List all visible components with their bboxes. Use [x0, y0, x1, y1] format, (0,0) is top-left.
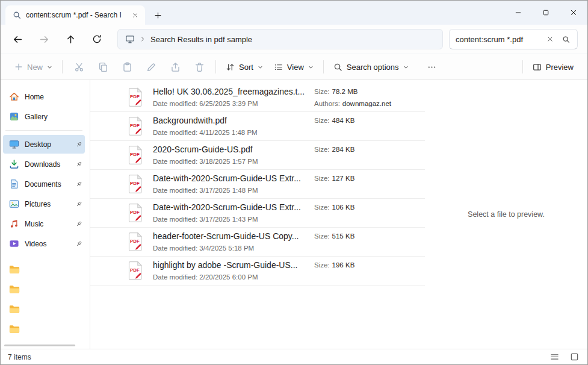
- search-input[interactable]: content:scrum *.pdf: [456, 35, 541, 44]
- details-view-icon[interactable]: [549, 351, 560, 363]
- clear-search-button[interactable]: [543, 33, 557, 46]
- file-authors: [314, 215, 419, 224]
- pin-icon: [75, 141, 82, 148]
- sidebar-item-downloads[interactable]: Downloads: [3, 155, 85, 173]
- sidebar-folder-item[interactable]: [3, 300, 85, 319]
- pdf-file-icon: PDF: [126, 87, 144, 107]
- refresh-button[interactable]: [86, 28, 108, 50]
- sidebar-horizontal-scrollbar[interactable]: [4, 345, 75, 346]
- cut-button[interactable]: [67, 57, 91, 77]
- view-button[interactable]: View: [268, 57, 319, 77]
- svg-text:PDF: PDF: [130, 123, 140, 128]
- svg-text:PDF: PDF: [130, 210, 140, 215]
- folder-icon: [9, 305, 20, 314]
- delete-button[interactable]: [187, 57, 211, 77]
- home-icon: [9, 92, 19, 102]
- sidebar-item-music[interactable]: Music: [3, 214, 85, 233]
- file-row[interactable]: PDF header-footer-Scrum-Guide-US Copy...…: [90, 228, 425, 257]
- sidebar-folder-item[interactable]: [3, 320, 85, 338]
- copy-button[interactable]: [91, 57, 115, 77]
- breadcrumb: Search Results in pdf sample: [150, 35, 252, 44]
- file-name: 2020-Scrum-Guide-US.pdf: [153, 145, 314, 155]
- new-tab-button[interactable]: [149, 6, 167, 24]
- forward-button[interactable]: [33, 28, 55, 50]
- sidebar-item-pictures[interactable]: Pictures: [3, 195, 85, 213]
- items-count: 7 items: [8, 353, 31, 361]
- search-options-icon: [333, 63, 342, 72]
- large-icons-view-icon[interactable]: [569, 351, 580, 363]
- minimize-button[interactable]: [504, 1, 532, 25]
- sidebar-item-documents[interactable]: Documents: [3, 175, 85, 193]
- window-controls: [504, 1, 587, 25]
- file-row[interactable]: PDF 2020-Scrum-Guide-US.pdf Date modifie…: [90, 141, 425, 170]
- maximize-button[interactable]: [532, 1, 560, 25]
- this-pc-icon: [125, 34, 135, 44]
- file-row[interactable]: PDF Hello! UK 30.06.2025_freemagazines.t…: [90, 83, 425, 112]
- title-bar: content:scrum *.pdf - Search I: [1, 1, 587, 25]
- toolbar-separator: [323, 60, 324, 73]
- search-tab-icon: [13, 11, 21, 19]
- sidebar-item-gallery[interactable]: Gallery: [3, 107, 85, 126]
- sidebar-item-home[interactable]: Home: [3, 87, 85, 106]
- toolbar-separator: [215, 60, 216, 73]
- command-toolbar: New Sort: [1, 54, 587, 80]
- up-button[interactable]: [60, 28, 81, 50]
- rename-button[interactable]: [139, 57, 163, 77]
- breadcrumb-chevron-icon: [140, 36, 146, 42]
- file-date-modified: Date modified: 3/4/2025 5:18 PM: [153, 244, 314, 253]
- file-row[interactable]: PDF Backgroundwith.pdf Date modified: 4/…: [90, 112, 425, 141]
- file-name: highlight by adobe -Scrum-Guide-US...: [153, 260, 314, 270]
- file-name: Date-with-2020-Scrum-Guide-US Extr...: [153, 202, 314, 213]
- file-authors: [314, 157, 419, 166]
- pin-icon: [75, 220, 82, 228]
- explorer-tab[interactable]: content:scrum *.pdf - Search I: [5, 5, 145, 25]
- share-button[interactable]: [163, 57, 187, 77]
- file-authors: [314, 128, 419, 137]
- search-submit-button[interactable]: [559, 33, 572, 46]
- sidebar-folder-item[interactable]: [3, 260, 85, 279]
- file-size: Size:284 KB: [314, 145, 419, 155]
- file-size: Size:484 KB: [314, 116, 419, 126]
- tab-title: content:scrum *.pdf - Search I: [26, 11, 123, 19]
- address-bar[interactable]: Search Results in pdf sample: [117, 29, 443, 49]
- svg-text:PDF: PDF: [130, 267, 140, 273]
- chevron-down-icon: [403, 64, 409, 70]
- file-row[interactable]: PDF Date-with-2020-Scrum-Guide-US Extr..…: [90, 170, 425, 199]
- sidebar-item-desktop[interactable]: Desktop: [3, 135, 85, 154]
- search-box[interactable]: content:scrum *.pdf: [449, 29, 578, 49]
- downloads-icon: [9, 159, 19, 169]
- status-bar: 7 items: [1, 349, 587, 364]
- paste-button[interactable]: [115, 57, 139, 77]
- documents-icon: [9, 179, 19, 189]
- file-authors: [314, 273, 419, 282]
- preview-toggle-button[interactable]: Preview: [527, 57, 579, 77]
- pictures-icon: [9, 199, 19, 209]
- pin-icon: [75, 181, 82, 188]
- sidebar-item-videos[interactable]: Videos: [3, 234, 85, 253]
- back-button[interactable]: [7, 28, 28, 50]
- file-name: Hello! UK 30.06.2025_freemagazines.t...: [153, 87, 314, 97]
- chevron-down-icon: [47, 64, 52, 70]
- file-size: Size:106 KB: [314, 202, 419, 213]
- plus-icon: [14, 63, 23, 71]
- pin-icon: [75, 240, 82, 248]
- file-row[interactable]: PDF Date-with-2020-Scrum-Guide-US Extr..…: [90, 199, 425, 228]
- close-button[interactable]: [560, 1, 587, 25]
- new-button[interactable]: New: [9, 57, 58, 77]
- file-date-modified: Date modified: 3/17/2025 1:48 PM: [153, 186, 314, 195]
- navigation-bar: Search Results in pdf sample content:scr…: [1, 25, 587, 54]
- gallery-icon: [9, 111, 19, 122]
- tab-close-button[interactable]: [128, 8, 141, 22]
- chevron-down-icon: [308, 64, 314, 70]
- see-more-button[interactable]: [420, 57, 444, 77]
- chevron-down-icon: [258, 64, 263, 70]
- search-options-button[interactable]: Search options: [328, 57, 414, 77]
- sort-icon: [226, 63, 235, 72]
- sidebar-folder-item[interactable]: [3, 280, 85, 299]
- file-row[interactable]: PDF highlight by adobe -Scrum-Guide-US..…: [90, 257, 425, 285]
- svg-text:PDF: PDF: [130, 94, 140, 99]
- toolbar-separator: [62, 60, 63, 73]
- sort-button[interactable]: Sort: [220, 57, 268, 77]
- file-authors: [314, 244, 419, 253]
- file-date-modified: Date modified: 4/11/2025 1:48 PM: [153, 128, 314, 137]
